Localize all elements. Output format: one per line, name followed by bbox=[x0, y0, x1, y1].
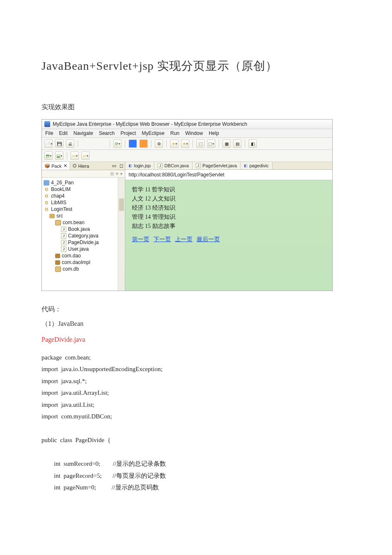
editor-tab[interactable]: ◧pagedivic bbox=[241, 162, 272, 169]
document-page: JavaBean+Servlet+jsp 实现分页显示（原创） 实现效果图 My… bbox=[0, 0, 392, 518]
new-button[interactable]: 📄 bbox=[44, 139, 53, 148]
project-icon: ✪ bbox=[44, 207, 49, 212]
browser-url-bar[interactable]: http://localhost:8080/LoginTest/PageServ… bbox=[125, 170, 332, 180]
link-icon[interactable]: ⤧ bbox=[115, 171, 119, 176]
project-icon: ✪ bbox=[44, 187, 49, 192]
tree-item[interactable]: JUser.java bbox=[44, 246, 125, 252]
window-title-text: MyEclipse Java Enterprise - MyEclipse We… bbox=[53, 121, 247, 127]
package-icon bbox=[55, 266, 61, 272]
explorer-toolbar: ⊟ ⤧ ▾ bbox=[42, 170, 125, 178]
maximize-icon[interactable]: ◻ bbox=[118, 162, 125, 170]
separator-icon bbox=[151, 140, 151, 147]
tree-item[interactable]: 4_26_Pan bbox=[44, 179, 125, 186]
section-effect-heading: 实现效果图 bbox=[41, 103, 351, 112]
tree-item-label: com.dao bbox=[62, 253, 81, 259]
db-button[interactable]: ⬚ bbox=[196, 139, 205, 148]
ide-body: 📦 Pack ✕ ⌬ Hiera ▭ ◻ ⊟ ⤧ ▾ bbox=[42, 162, 332, 291]
save-button[interactable]: 💾 bbox=[55, 139, 63, 148]
tree-item[interactable]: JBook.java bbox=[44, 226, 125, 232]
editor-tab-label: PageServlet.java bbox=[202, 163, 237, 168]
jsp-file-icon: ◧ bbox=[129, 164, 132, 168]
misc-button[interactable]: ▦ bbox=[222, 139, 231, 148]
tree-item-label: LoginTest bbox=[51, 206, 72, 212]
menu-help[interactable]: Help bbox=[209, 130, 219, 136]
menu-myeclipse[interactable]: MyEclipse bbox=[142, 130, 165, 136]
tree-item[interactable]: ✪LibMIS bbox=[44, 199, 125, 206]
tree-item[interactable]: ✪chap4 bbox=[44, 193, 125, 199]
tab-label: Hiera bbox=[78, 164, 89, 169]
tree-item[interactable]: JCategory.java bbox=[44, 232, 125, 239]
tree-item[interactable]: JPageDivide.ja bbox=[44, 239, 125, 246]
editor-tab[interactable]: JDBCon.java bbox=[154, 162, 192, 169]
tree-item-label: chap4 bbox=[51, 193, 65, 199]
menu-navigate[interactable]: Navigate bbox=[73, 130, 93, 136]
save-all-button[interactable]: 🖨 bbox=[66, 139, 74, 148]
server2-button[interactable] bbox=[139, 139, 148, 148]
java-file-icon: J bbox=[158, 163, 163, 168]
menu-run[interactable]: Run bbox=[170, 130, 179, 136]
minimize-icon[interactable]: ▭ bbox=[110, 162, 118, 170]
tree-item-label: PageDivide.ja bbox=[68, 240, 99, 245]
tree-item-label: com.db bbox=[63, 266, 79, 272]
tree-item-label: BookLIM bbox=[51, 186, 71, 192]
project-icon: ✪ bbox=[44, 193, 49, 199]
pagination-link[interactable]: 下一页 bbox=[153, 236, 171, 242]
section-code-heading: 代码： bbox=[41, 303, 351, 315]
wizard-button[interactable]: ✦ bbox=[170, 139, 178, 148]
wizard2-button[interactable]: ✦ bbox=[181, 139, 189, 148]
package-explorer-panel: 📦 Pack ✕ ⌬ Hiera ▭ ◻ ⊟ ⤧ ▾ bbox=[42, 162, 125, 291]
tree-item[interactable]: src bbox=[44, 213, 125, 219]
misc2-button[interactable]: ▤ bbox=[233, 139, 241, 148]
tree-item[interactable]: com.daoImpl bbox=[44, 259, 125, 266]
tree-item[interactable]: ✪BookLIM bbox=[44, 186, 125, 193]
editor-tabs: ◧login.jspJDBCon.javaJPageServlet.java◧p… bbox=[125, 162, 332, 170]
tree-item-label: com.daoImpl bbox=[62, 259, 90, 265]
menu-icon[interactable]: ▾ bbox=[120, 171, 122, 176]
editor-tab[interactable]: JPageServlet.java bbox=[192, 162, 241, 169]
pagination-link[interactable]: 上一页 bbox=[175, 236, 192, 242]
menu-file[interactable]: File bbox=[45, 130, 53, 136]
scrollbar[interactable] bbox=[118, 178, 125, 291]
gear-icon[interactable]: ⚙ bbox=[155, 139, 163, 148]
tree-item[interactable]: com.dao bbox=[44, 252, 125, 259]
fwd-button[interactable]: ⇨ bbox=[81, 152, 90, 160]
nav2-button[interactable]: ⬓ bbox=[55, 152, 63, 160]
myeclipse-icon bbox=[44, 121, 50, 127]
tree-item[interactable]: com.db bbox=[44, 266, 125, 272]
tree-item-label: LibMIS bbox=[51, 200, 66, 205]
java-file-icon: J bbox=[61, 247, 66, 252]
java-file-icon: J bbox=[61, 227, 66, 232]
package-tree[interactable]: 4_26_Pan✪BookLIM✪chap4✪LibMIS✪LoginTests… bbox=[42, 178, 125, 291]
code-block: package com.bean; import java.io.Unsuppo… bbox=[41, 352, 351, 494]
collapse-icon[interactable]: ⊟ bbox=[110, 171, 114, 176]
nav-button[interactable]: ⬒ bbox=[44, 152, 53, 160]
folder-icon bbox=[44, 180, 49, 186]
menu-edit[interactable]: Edit bbox=[59, 130, 68, 136]
scrollbar-thumb[interactable] bbox=[119, 198, 124, 211]
tree-item-label: Category.java bbox=[68, 233, 98, 239]
java-file-icon: J bbox=[196, 163, 201, 168]
deploy-button[interactable]: ⟳ bbox=[113, 139, 122, 148]
tab-hierarchy[interactable]: ⌬ Hiera bbox=[70, 162, 91, 170]
tab-package-explorer[interactable]: 📦 Pack ✕ bbox=[42, 162, 70, 170]
separator-icon bbox=[78, 140, 78, 147]
browser-viewport: 哲学 11 哲学知识人文 12 人文知识经济 13 经济知识管理 14 管理知识… bbox=[125, 180, 332, 291]
tree-item[interactable]: ✪LoginTest bbox=[44, 206, 125, 213]
tree-item[interactable]: com.bean bbox=[44, 219, 125, 226]
ide-toolbar-row2: ⬒ ⬓ ⇦ ⇨ bbox=[42, 150, 332, 162]
pagination-link[interactable]: 最后一页 bbox=[197, 236, 220, 242]
db2-button[interactable]: ⬚ bbox=[207, 139, 215, 148]
close-icon[interactable]: ✕ bbox=[63, 163, 67, 169]
pagination-link[interactable]: 第一页 bbox=[132, 236, 149, 242]
server-button[interactable] bbox=[129, 139, 137, 148]
menu-project[interactable]: Project bbox=[120, 130, 136, 136]
result-row: 管理 14 管理知识 bbox=[132, 213, 326, 221]
misc3-button[interactable]: ◧ bbox=[248, 139, 257, 148]
menu-search[interactable]: Search bbox=[99, 130, 114, 136]
editor-tab-label: pagedivic bbox=[249, 163, 268, 168]
item-1-javabean: （1）JavaBean bbox=[41, 318, 351, 330]
editor-tab[interactable]: ◧login.jsp bbox=[125, 162, 154, 169]
jsp-file-icon: ◧ bbox=[244, 164, 248, 168]
back-button[interactable]: ⇦ bbox=[71, 152, 79, 160]
menu-window[interactable]: Window bbox=[185, 130, 203, 136]
